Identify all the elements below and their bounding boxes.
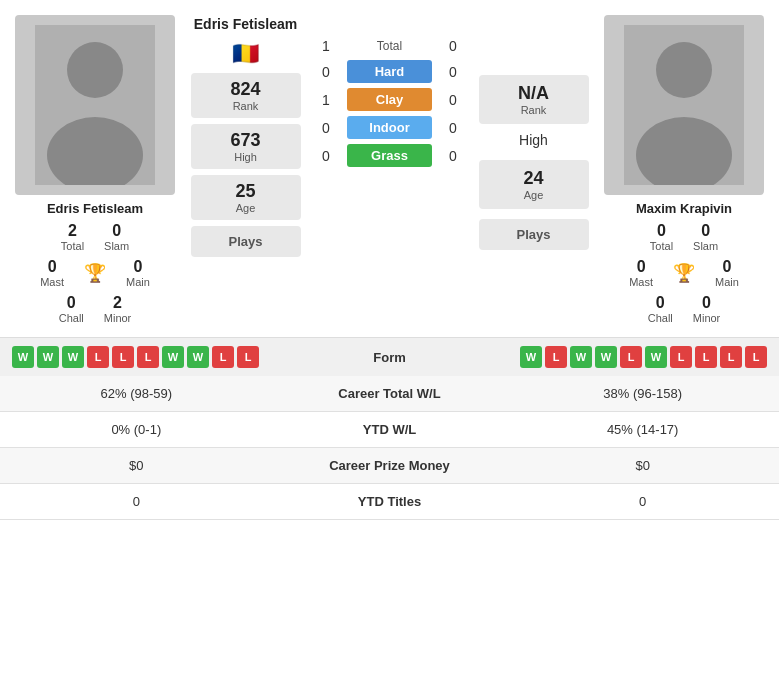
main-container: Edris Fetisleam 2 Total 0 Slam 0 Mast 🏆 <box>0 0 779 520</box>
stat-center-label: YTD W/L <box>273 412 507 448</box>
left-mast-label: Mast <box>40 276 64 288</box>
clay-score-right: 0 <box>438 92 468 108</box>
stats-table: 62% (98-59) Career Total W/L 38% (96-158… <box>0 376 779 520</box>
left-center-panel: Edris Fetisleam 🇷🇴 824 Rank 673 High 25 … <box>188 15 303 324</box>
match-total-row: 1 Total 0 <box>311 35 468 57</box>
left-main-block: 0 Main <box>126 258 150 288</box>
right-chall-label: Chall <box>648 312 673 324</box>
form-badge-right: L <box>545 346 567 368</box>
stat-right-val: 38% (96-158) <box>506 376 779 412</box>
right-total-block: 0 Total <box>650 222 673 252</box>
table-row: 0 YTD Titles 0 <box>0 484 779 520</box>
form-badge-right: L <box>720 346 742 368</box>
match-grass-row: 0 Grass 0 <box>311 144 468 167</box>
left-slam-value: 0 <box>112 222 121 240</box>
right-age-value: 24 <box>495 168 573 189</box>
form-badge-left: W <box>37 346 59 368</box>
form-right: WLWWLWLLLL <box>440 346 768 368</box>
hard-score-right: 0 <box>438 64 468 80</box>
right-rank-label: Rank <box>495 104 573 116</box>
form-section: WWWLLLWWLL Form WLWWLWLLLL <box>0 337 779 376</box>
right-trophy-icon: 🏆 <box>673 262 695 284</box>
right-chall-minor-row: 0 Chall 0 Minor <box>648 294 721 324</box>
left-rank-box: 824 Rank <box>191 73 301 118</box>
form-badge-right: L <box>695 346 717 368</box>
table-row: 0% (0-1) YTD W/L 45% (14-17) <box>0 412 779 448</box>
left-main-value: 0 <box>133 258 142 276</box>
right-main-value: 0 <box>722 258 731 276</box>
form-badge-right: W <box>645 346 667 368</box>
form-badge-right: W <box>520 346 542 368</box>
right-slam-block: 0 Slam <box>693 222 718 252</box>
left-player-photo <box>15 15 175 195</box>
left-age-value: 25 <box>207 181 285 202</box>
right-total-value: 0 <box>657 222 666 240</box>
hard-score-left: 0 <box>311 64 341 80</box>
form-badge-left: L <box>87 346 109 368</box>
table-row: 62% (98-59) Career Total W/L 38% (96-158… <box>0 376 779 412</box>
form-badge-left: W <box>12 346 34 368</box>
stat-right-val: 45% (14-17) <box>506 412 779 448</box>
stat-right-val: 0 <box>506 484 779 520</box>
indoor-score-right: 0 <box>438 120 468 136</box>
right-minor-block: 0 Minor <box>693 294 721 324</box>
left-total-value: 2 <box>68 222 77 240</box>
form-badge-right: W <box>570 346 592 368</box>
svg-point-1 <box>67 42 123 98</box>
left-slam-block: 0 Slam <box>104 222 129 252</box>
form-badge-left: W <box>162 346 184 368</box>
left-chall-label: Chall <box>59 312 84 324</box>
left-player-name: Edris Fetisleam <box>47 201 143 216</box>
left-age-box: 25 Age <box>191 175 301 220</box>
left-mast-value: 0 <box>48 258 57 276</box>
form-badge-left: L <box>137 346 159 368</box>
left-flag: 🇷🇴 <box>232 41 259 67</box>
right-chall-value: 0 <box>656 294 665 312</box>
total-score-left: 1 <box>311 38 341 54</box>
right-slam-value: 0 <box>701 222 710 240</box>
left-total-block: 2 Total <box>61 222 84 252</box>
right-trophy-row: 0 Mast 🏆 0 Main <box>629 258 739 288</box>
stat-left-val: $0 <box>0 448 273 484</box>
right-chall-block: 0 Chall <box>648 294 673 324</box>
left-center-name: Edris Fetisleam <box>194 15 298 33</box>
right-mast-block: 0 Mast <box>629 258 653 288</box>
match-clay-row: 1 Clay 0 <box>311 88 468 111</box>
left-mast-block: 0 Mast <box>40 258 64 288</box>
right-main-label: Main <box>715 276 739 288</box>
form-badge-left: L <box>212 346 234 368</box>
right-plays-box: Plays <box>479 219 589 250</box>
match-indoor-label: Indoor <box>347 116 432 139</box>
match-hard-label: Hard <box>347 60 432 83</box>
left-minor-value: 2 <box>113 294 122 312</box>
left-main-label: Main <box>126 276 150 288</box>
left-chall-minor-row: 0 Chall 2 Minor <box>59 294 132 324</box>
right-minor-label: Minor <box>693 312 721 324</box>
right-mast-value: 0 <box>637 258 646 276</box>
form-badge-right: L <box>670 346 692 368</box>
left-minor-block: 2 Minor <box>104 294 132 324</box>
right-plays-label: Plays <box>517 227 551 242</box>
stat-center-label: YTD Titles <box>273 484 507 520</box>
left-chall-block: 0 Chall <box>59 294 84 324</box>
right-player-photo <box>604 15 764 195</box>
stat-left-val: 0 <box>0 484 273 520</box>
form-badge-left: W <box>187 346 209 368</box>
left-chall-value: 0 <box>67 294 76 312</box>
left-rank-value: 824 <box>207 79 285 100</box>
right-rank-box: N/A Rank <box>479 75 589 124</box>
form-badge-left: W <box>62 346 84 368</box>
total-score-right: 0 <box>438 38 468 54</box>
grass-score-left: 0 <box>311 148 341 164</box>
form-badge-right: L <box>620 346 642 368</box>
match-total-label: Total <box>347 35 432 57</box>
left-rank-label: Rank <box>207 100 285 112</box>
svg-point-4 <box>656 42 712 98</box>
left-plays-box: Plays <box>191 226 301 257</box>
right-player-area: Maxim Krapivin 0 Total 0 Slam 0 Mast 🏆 <box>599 15 769 324</box>
left-high-value: 673 <box>207 130 285 151</box>
right-slam-label: Slam <box>693 240 718 252</box>
left-minor-label: Minor <box>104 312 132 324</box>
stat-right-val: $0 <box>506 448 779 484</box>
middle-match-area: 1 Total 0 0 Hard 0 1 Clay 0 0 Indoor 0 0 <box>311 15 468 324</box>
